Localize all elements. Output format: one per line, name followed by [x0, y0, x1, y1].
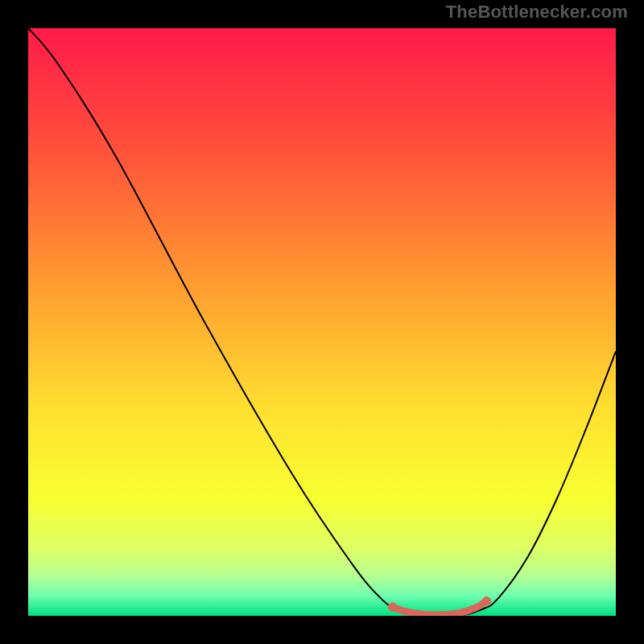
plot-background: [28, 28, 616, 616]
highlight-dot: [482, 597, 491, 605]
attribution-text: TheBottlenecker.com: [446, 2, 628, 23]
chart-svg: [28, 28, 616, 616]
plot-area: [28, 28, 616, 616]
highlight-dot: [388, 602, 397, 611]
chart-frame: TheBottlenecker.com: [0, 0, 644, 644]
